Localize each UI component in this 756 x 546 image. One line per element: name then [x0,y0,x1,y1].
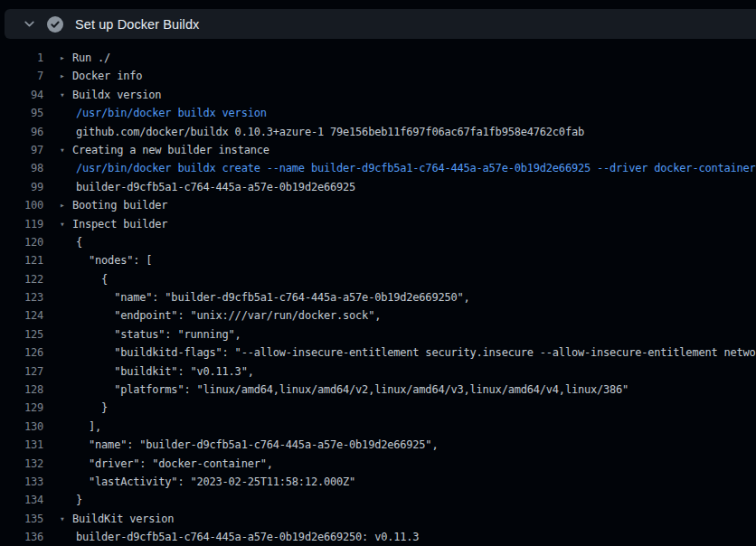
line-number[interactable]: 124 [0,306,43,325]
log-line: 122 { [0,270,756,288]
log-line: 130 ], [0,418,756,436]
log-line: 125 "status": "running", [0,325,756,344]
log-line[interactable]: 135 ▾ BuildKit version [0,510,756,528]
log-line: 134 } [0,491,756,509]
line-number[interactable]: 122 [0,270,43,288]
line-number[interactable]: 132 [0,455,43,473]
group-expanded-icon[interactable]: ▾ [60,141,72,159]
log-text: "status": "running", [76,325,241,344]
log-line: 124 "endpoint": "unix:///var/run/docker.… [0,306,756,325]
log-line: 96 github.com/docker/buildx 0.10.3+azure… [0,123,756,141]
line-number[interactable]: 95 [0,104,43,122]
log-line: 127 "buildkit": "v0.11.3", [0,362,756,381]
log-text: github.com/docker/buildx 0.10.3+azure-1 … [76,123,584,141]
log-text: /usr/bin/docker buildx version [76,104,267,122]
log-text: /usr/bin/docker buildx create --name bui… [76,159,756,177]
line-number[interactable]: 100 [0,196,43,214]
line-number[interactable]: 99 [0,178,43,196]
log-line: 126 "buildkitd-flags": "--allow-insecure… [0,344,756,362]
log-line[interactable]: 94 ▾ Buildx version [0,86,756,104]
log-line[interactable]: 100 ▸ Booting builder [0,196,756,214]
check-circle-icon [47,16,63,33]
line-number[interactable]: 94 [0,86,43,104]
line-number[interactable]: 96 [0,123,43,141]
log-text: "driver": "docker-container", [76,455,273,473]
chevron-down-icon[interactable] [24,18,35,30]
log-text: } [76,491,82,509]
log-line: 123 "name": "builder-d9cfb5a1-c764-445a-… [0,288,756,306]
log-line: 129 } [0,399,756,417]
line-number[interactable]: 120 [0,233,43,251]
line-number[interactable]: 1 [0,49,43,67]
log-line: 133 "lastActivity": "2023-02-25T11:58:12… [0,473,756,491]
log-text: { [76,233,82,251]
line-number[interactable]: 125 [0,325,43,344]
log-text: "lastActivity": "2023-02-25T11:58:12.000… [76,473,355,491]
log-text: builder-d9cfb5a1-c764-445a-a57e-0b19d2e6… [76,528,419,546]
log-text: ], [76,418,101,436]
group-expanded-icon[interactable]: ▾ [60,86,72,104]
line-number[interactable]: 129 [0,399,43,417]
line-number[interactable]: 134 [0,491,43,509]
log-text: } [76,399,108,417]
log-line[interactable]: 7 ▸ Docker info [0,67,756,85]
line-number[interactable]: 123 [0,288,43,306]
group-collapsed-icon[interactable]: ▸ [60,196,72,214]
line-number[interactable]: 126 [0,344,43,362]
line-number[interactable]: 135 [0,510,43,528]
log-text: "platforms": "linux/amd64,linux/amd64/v2… [76,381,628,399]
log-line[interactable]: 97 ▾ Creating a new builder instance [0,141,756,159]
group-expanded-icon[interactable]: ▾ [60,510,72,528]
step-header[interactable]: Set up Docker Buildx [5,9,756,39]
log-viewer: 1 ▸ Run ./ 7 ▸ Docker info 94 ▾ Buildx v… [0,49,756,546]
log-text: "buildkit": "v0.11.3", [76,362,254,381]
step-title: Set up Docker Buildx [75,17,199,32]
log-text: "buildkitd-flags": "--allow-insecure-ent… [76,344,756,362]
log-line: 132 "driver": "docker-container", [0,455,756,473]
log-text: Buildx version [72,86,161,104]
log-text: "endpoint": "unix:///var/run/docker.sock… [76,306,381,325]
log-line: 95 /usr/bin/docker buildx version [0,104,756,122]
log-line: 120 { [0,233,756,251]
log-text: "nodes": [ [76,251,152,269]
log-line: 98 /usr/bin/docker buildx create --name … [0,159,756,177]
line-number[interactable]: 7 [0,67,43,85]
log-text: builder-d9cfb5a1-c764-445a-a57e-0b19d2e6… [76,178,355,196]
log-line: 136 builder-d9cfb5a1-c764-445a-a57e-0b19… [0,528,756,546]
line-number[interactable]: 119 [0,215,43,233]
group-expanded-icon[interactable]: ▾ [60,215,72,233]
log-text: Inspect builder [72,215,167,233]
line-number[interactable]: 121 [0,251,43,269]
log-line: 131 "name": "builder-d9cfb5a1-c764-445a-… [0,436,756,454]
log-line: 99 builder-d9cfb5a1-c764-445a-a57e-0b19d… [0,178,756,196]
log-text: Creating a new builder instance [72,141,269,159]
line-number[interactable]: 136 [0,528,43,546]
log-line: 128 "platforms": "linux/amd64,linux/amd6… [0,381,756,399]
log-text: Run ./ [72,49,110,67]
line-number[interactable]: 98 [0,159,43,177]
line-number[interactable]: 127 [0,362,43,381]
line-number[interactable]: 128 [0,381,43,399]
log-line: 121 "nodes": [ [0,251,756,269]
log-line[interactable]: 1 ▸ Run ./ [0,49,756,67]
log-line[interactable]: 119 ▾ Inspect builder [0,215,756,233]
log-text: "name": "builder-d9cfb5a1-c764-445a-a57e… [76,288,470,306]
log-text: BuildKit version [72,510,174,528]
log-text: Docker info [72,67,142,85]
line-number[interactable]: 97 [0,141,43,159]
group-collapsed-icon[interactable]: ▸ [60,49,72,67]
log-text: Booting builder [72,196,167,214]
log-text: "name": "builder-d9cfb5a1-c764-445a-a57e… [76,436,438,454]
log-text: { [76,270,108,288]
line-number[interactable]: 130 [0,418,43,436]
line-number[interactable]: 131 [0,436,43,454]
line-number[interactable]: 133 [0,473,43,491]
group-collapsed-icon[interactable]: ▸ [60,67,72,85]
